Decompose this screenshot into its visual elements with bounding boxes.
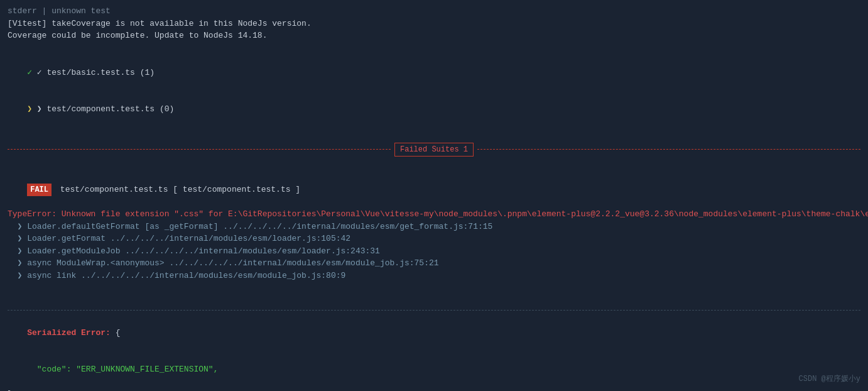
vitest-warning-line2: Coverage could be incomplete. Update to … xyxy=(8,30,860,42)
blank-line-1 xyxy=(8,42,860,55)
check-icon: ✓ xyxy=(27,68,37,77)
serialized-error-1-header: Serialized Error: { xyxy=(8,314,860,351)
vitest-warning-line1: [Vitest] takeCoverage is not available i… xyxy=(8,18,860,30)
stderr-line: stderr | unknown test xyxy=(8,5,860,18)
stack-line-3: ❯ Loader.getModuleJob ../../../../../int… xyxy=(8,245,860,258)
watermark: CSDN @程序媛小y xyxy=(799,373,860,385)
blank-line-3 xyxy=(8,159,860,172)
failed-suites-separator: Failed Suites 1 xyxy=(8,143,860,157)
arrow-icon: ❯ xyxy=(27,104,37,114)
right-dashes xyxy=(477,149,860,150)
failed-suites-label: Failed Suites 1 xyxy=(394,143,474,157)
terminal: stderr | unknown test [Vitest] takeCover… xyxy=(0,0,868,391)
test-component-line: ❯ ❯ test/component.test.ts (0) xyxy=(8,91,860,128)
separator-1 xyxy=(8,310,860,311)
fail-filename: test/component.test.ts [ test/component.… xyxy=(55,185,300,194)
fail-file-line: FAIL test/component.test.ts [ test/compo… xyxy=(8,171,860,208)
blank-line-4 xyxy=(8,282,860,294)
stack-line-4: ❯ async ModuleWrap.<anonymous> ../../../… xyxy=(8,257,860,270)
blank-line-5 xyxy=(8,294,860,307)
fail-badge: FAIL xyxy=(27,184,52,196)
stack-line-1: ❯ Loader.defaultGetFormat [as _getFormat… xyxy=(8,221,860,233)
left-dashes xyxy=(8,149,391,150)
test-basic-line: ✓ ✓ test/basic.test.ts (1) xyxy=(8,54,860,91)
blank-line-2 xyxy=(8,128,860,140)
type-error-line: TypeError: Unknown file extension ".css"… xyxy=(8,208,860,221)
stack-line-5: ❯ async link ../../../../../internal/mod… xyxy=(8,270,860,282)
serialized-error-1-close: } xyxy=(8,388,860,391)
stack-line-2: ❯ Loader.getFormat ../../../../internal/… xyxy=(8,233,860,245)
serialized-error-1-code: "code": "ERR_UNKNOWN_FILE_EXTENSION", xyxy=(8,351,860,388)
